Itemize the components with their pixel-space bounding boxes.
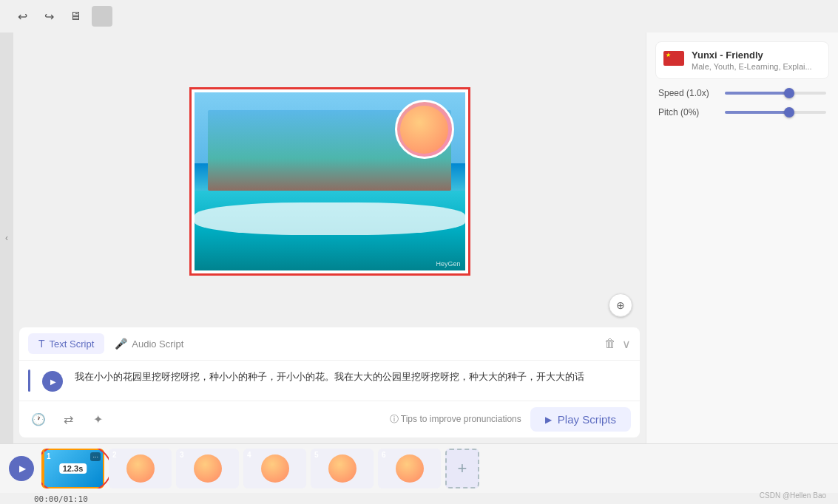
ai-icon-button[interactable]: ✦ xyxy=(87,409,108,430)
clip-5-number: 5 xyxy=(314,451,319,459)
clip-1-number: 1 xyxy=(47,452,51,460)
clip-1-wrapper: 1 12.3s ··· xyxy=(41,449,104,488)
timeline-play-button[interactable] xyxy=(9,456,34,481)
script-panel: T Text Script 🎤 Audio Script 🗑 ∨ xyxy=(19,327,640,437)
content-area: ‹ xyxy=(0,33,838,443)
clock-icon-button[interactable]: 🕐 xyxy=(28,409,49,430)
clip-3[interactable]: 3 xyxy=(176,449,239,488)
play-scripts-label: Play Scripts xyxy=(558,413,616,426)
clip-4-number: 4 xyxy=(247,451,251,459)
voice-name: Yunxi - Friendly xyxy=(692,50,821,61)
script-text[interactable]: 我在小小的花园里挖呀挖呀挖，种小小的种子，开小小的花。我在大大的公园里挖呀挖呀挖… xyxy=(75,370,631,385)
zoom-icon: ⊕ xyxy=(616,299,625,311)
clip-4[interactable]: 4 xyxy=(243,449,306,488)
clip-6-number: 6 xyxy=(382,451,386,459)
pronunciation-tip: ⓘ Tips to improve pronunciations xyxy=(390,413,521,426)
monitor-button[interactable]: 🖥 xyxy=(65,6,86,27)
play-script-button[interactable] xyxy=(42,371,63,392)
audio-tab-label: Audio Script xyxy=(132,338,183,350)
clip-5[interactable]: 5 xyxy=(311,449,374,488)
clip-1-menu[interactable]: ··· xyxy=(90,452,101,461)
flag-icon: ★ xyxy=(663,51,684,66)
time-display: 00:00/01:10 xyxy=(0,494,838,504)
video-inner: HeyGen xyxy=(195,92,465,270)
script-bottom-bar: 🕐 ⇄ ✦ ⓘ Tips to improve pronunciations ▶… xyxy=(19,401,640,437)
pitch-label: Pitch (0%) xyxy=(658,107,717,118)
play-scripts-icon: ▶ xyxy=(545,415,552,425)
translate-icon-button[interactable]: ⇄ xyxy=(58,409,78,430)
add-clip-button[interactable]: + xyxy=(445,449,479,488)
clip-6-avatar xyxy=(396,454,424,483)
zoom-button[interactable]: ⊕ xyxy=(609,293,632,317)
tab-text-script[interactable]: T Text Script xyxy=(28,333,104,354)
expand-script-button[interactable]: ∨ xyxy=(622,337,631,351)
speed-slider-row: Speed (1.0x) xyxy=(655,88,829,98)
clip-4-avatar xyxy=(261,454,289,483)
clip-3-avatar xyxy=(194,454,222,483)
clip-1-duration: 12.3s xyxy=(59,463,87,474)
bottom-watermark: CSDN @Hellen Bao xyxy=(760,491,826,500)
flag-stars: ★ xyxy=(666,52,671,58)
clip-1[interactable]: 1 12.3s ··· xyxy=(41,449,104,488)
clip-3-number: 3 xyxy=(180,451,184,459)
video-frame: HeyGen xyxy=(189,87,470,276)
clip-5-avatar xyxy=(328,454,357,483)
speed-label: Speed (1.0x) xyxy=(658,88,717,98)
redo-button[interactable]: ↪ xyxy=(38,6,59,27)
clip-2[interactable]: 2 xyxy=(109,449,172,488)
tip-text: ⓘ Tips to improve pronunciations xyxy=(390,413,521,426)
preview-area: HeyGen ⊕ T Text Script 🎤 xyxy=(13,33,646,443)
speed-slider[interactable] xyxy=(725,92,826,95)
left-accent xyxy=(28,370,30,392)
text-tab-label: Text Script xyxy=(50,338,95,350)
pitch-slider[interactable] xyxy=(725,111,826,114)
video-preview: HeyGen ⊕ xyxy=(19,38,640,324)
left-arrow-icon: ‹ xyxy=(5,233,8,243)
timeline-cursor xyxy=(43,450,44,487)
shape-button[interactable] xyxy=(92,6,112,27)
clip-6[interactable]: 6 xyxy=(378,449,441,488)
video-watermark: HeyGen xyxy=(436,260,460,268)
avatar-face xyxy=(400,106,448,154)
flag-red-bg: ★ xyxy=(663,51,684,66)
undo-button[interactable]: ↩ xyxy=(12,6,33,27)
text-tab-icon: T xyxy=(38,338,45,350)
clip-2-avatar xyxy=(126,454,155,483)
script-tabs: T Text Script 🎤 Audio Script 🗑 ∨ xyxy=(19,327,640,361)
timeline-wrapper: 1 12.3s ··· 2 3 xyxy=(0,443,838,504)
pitch-slider-row: Pitch (0%) xyxy=(655,107,829,118)
timeline-area: 1 12.3s ··· 2 3 xyxy=(0,443,838,493)
voice-desc: Male, Youth, E-Learning, Explai... xyxy=(692,62,821,71)
toolbar: ↩ ↪ 🖥 xyxy=(0,0,838,33)
voice-info: Yunxi - Friendly Male, Youth, E-Learning… xyxy=(692,50,821,71)
voice-card[interactable]: ★ Yunxi - Friendly Male, Youth, E-Learni… xyxy=(655,41,829,79)
tab-audio-script[interactable]: 🎤 Audio Script xyxy=(104,333,194,354)
wave xyxy=(195,202,465,234)
app-container: ↩ ↪ 🖥 ‹ xyxy=(0,0,838,504)
tab-actions: 🗑 ∨ xyxy=(604,337,631,351)
right-panel: ★ Yunxi - Friendly Male, Youth, E-Learni… xyxy=(646,33,838,443)
script-content: 我在小小的花园里挖呀挖呀挖，种小小的种子，开小小的花。我在大大的公园里挖呀挖呀挖… xyxy=(19,361,640,401)
clip-2-number: 2 xyxy=(112,451,117,459)
avatar-overlay xyxy=(395,100,454,159)
audio-tab-icon: 🎤 xyxy=(115,338,127,350)
delete-script-button[interactable]: 🗑 xyxy=(604,337,616,350)
left-sidebar-toggle[interactable]: ‹ xyxy=(0,33,13,443)
play-scripts-button[interactable]: ▶ Play Scripts xyxy=(530,407,631,432)
timeline-track: 1 12.3s ··· 2 3 xyxy=(41,449,829,488)
